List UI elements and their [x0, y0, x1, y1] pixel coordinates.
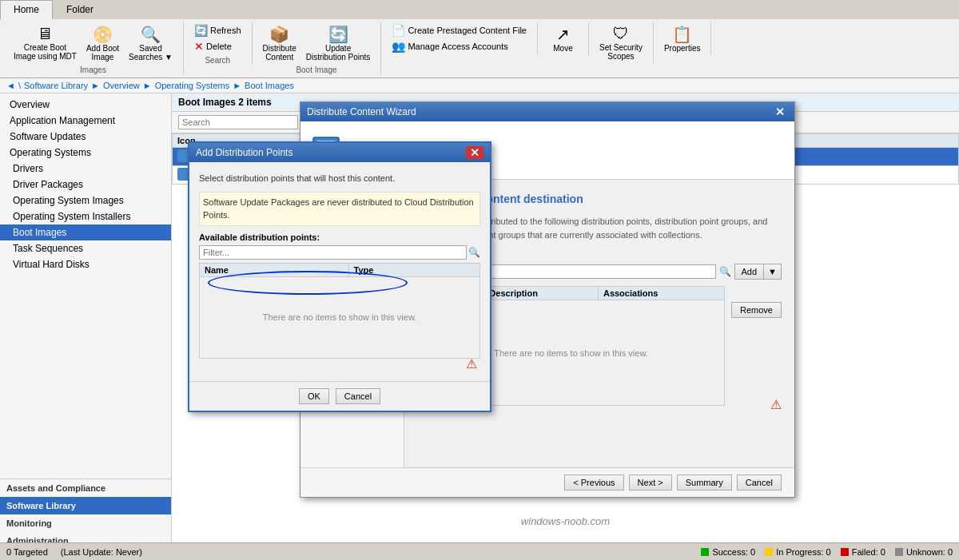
sidebar-drivers[interactable]: Drivers [0, 161, 171, 177]
refresh-label: Refresh [210, 26, 241, 35]
add-distribution-points-dialog: Add Distribution Points ✕ Select distrib… [188, 141, 491, 412]
set-security-btn[interactable]: 🛡 Set SecurityScopes [595, 22, 647, 63]
sidebar-boot-images[interactable]: Boot Images [0, 224, 171, 240]
adp-body: Select distribution points that will hos… [189, 162, 490, 381]
breadcrumb-arrow3: ► [233, 81, 241, 90]
inprogress-label: In Progress: 0 [776, 547, 830, 557]
status-failed: Failed: 0 [841, 547, 885, 557]
add-btn-group: Add ▼ [734, 264, 782, 280]
create-prestaged-btn[interactable]: 📄 Create Prestaged Content File [388, 22, 531, 38]
summary-btn[interactable]: Summary [677, 475, 732, 490]
sidebar-footer-monitoring[interactable]: Monitoring [0, 514, 171, 532]
breadcrumb: ◄ \ Software Library ► Overview ► Operat… [0, 78, 959, 93]
update-dp-icon: 🔄 [328, 25, 348, 44]
sidebar-os-images[interactable]: Operating System Images [0, 193, 171, 209]
images-group-label: Images [80, 66, 106, 74]
ribbon-group-security: 🛡 Set SecurityScopes [592, 22, 654, 63]
wizard-footer: < Previous Next > Summary Cancel [300, 467, 794, 497]
wizard-cancel-btn[interactable]: Cancel [737, 475, 782, 490]
adp-instruction: Select distribution points that will hos… [199, 172, 480, 185]
refresh-btn[interactable]: 🔄 Refresh [190, 22, 245, 38]
ribbon-group-move: ↗ Move [541, 22, 589, 55]
saved-searches-icon: 🔍 [141, 25, 161, 44]
wizard-search-icon: 🔍 [719, 266, 731, 277]
add-boot-icon: 📀 [93, 25, 113, 44]
adp-footer: OK Cancel [189, 381, 490, 411]
sidebar-footer: Assets and Compliance Software Library M… [0, 479, 171, 550]
ribbon-content: 🖥 Create BootImage using MDT 📀 Add BootI… [0, 19, 959, 78]
delete-btn[interactable]: ✕ Delete [190, 38, 245, 54]
update-dp-btn[interactable]: 🔄 UpdateDistribution Points [302, 22, 375, 64]
success-dot [701, 548, 709, 556]
adp-table-empty: There are no items to show in this view. [200, 276, 480, 358]
move-icon: ↗ [556, 25, 570, 44]
create-prestaged-icon: 📄 [392, 24, 405, 37]
properties-icon: 📋 [672, 25, 692, 44]
adp-warning-icon: ⚠ [466, 356, 477, 371]
panel-title: Boot Images 2 items [178, 97, 272, 108]
search-group-label: Search [205, 56, 230, 65]
breadcrumb-boot-images: Boot Images [245, 81, 294, 90]
warning-icon: ⚠ [770, 397, 782, 412]
security-icon: 🛡 [613, 25, 629, 43]
success-label: Success: 0 [712, 547, 755, 557]
status-inprogress: In Progress: 0 [765, 547, 830, 557]
unknown-label: Unknown: 0 [906, 547, 953, 557]
boot-image-group-label: Boot Image [296, 66, 336, 74]
wizard-title-text: Distribute Content Wizard [307, 106, 416, 117]
distribute-icon: 📦 [269, 25, 289, 44]
watermark: windows-noob.com [521, 515, 610, 527]
panel-search-input[interactable] [178, 115, 298, 129]
sidebar-driver-packages[interactable]: Driver Packages [0, 177, 171, 193]
status-success: Success: 0 [701, 547, 755, 557]
wizard-titlebar: Distribute Content Wizard ✕ [300, 102, 794, 121]
breadcrumb-arrow: ► [91, 81, 100, 90]
add-boot-image-btn[interactable]: 📀 Add BootImage [82, 22, 123, 64]
breadcrumb-back[interactable]: ◄ [6, 81, 15, 90]
sidebar-footer-software-library[interactable]: Software Library [0, 497, 171, 514]
sidebar-virtual-hard-disks[interactable]: Virtual Hard Disks [0, 256, 171, 272]
saved-searches-btn[interactable]: 🔍 SavedSearches ▼ [125, 22, 177, 64]
adp-ok-btn[interactable]: OK [299, 388, 329, 404]
add-main-btn[interactable]: Add [734, 264, 764, 280]
create-boot-image-btn[interactable]: 🖥 Create BootImage using MDT [10, 22, 81, 64]
breadcrumb-overview[interactable]: Overview [103, 81, 140, 90]
breadcrumb-software-library[interactable]: Software Library [24, 81, 88, 90]
sidebar-software-updates[interactable]: Software Updates [0, 129, 171, 145]
sidebar-application-management[interactable]: Application Management [0, 113, 171, 129]
ribbon: Home Folder 🖥 Create BootImage using MDT… [0, 0, 959, 78]
breadcrumb-sep: \ [18, 81, 21, 90]
properties-btn[interactable]: 📋 Properties [660, 22, 705, 55]
ribbon-group-images: 🖥 Create BootImage using MDT 📀 Add BootI… [6, 22, 184, 74]
sidebar-os-installers[interactable]: Operating System Installers [0, 209, 171, 224]
adp-available-label: Available distribution points: [199, 232, 480, 242]
adp-col-name: Name [200, 263, 349, 276]
previous-btn[interactable]: < Previous [564, 475, 623, 490]
manage-access-btn[interactable]: 👥 Manage Access Accounts [388, 38, 531, 54]
sidebar-operating-systems[interactable]: Operating Systems [0, 145, 171, 161]
table-row: There are no items to show in this view. [200, 276, 480, 358]
sidebar-section-software-library: Overview Application Management Software… [0, 93, 171, 276]
adp-cancel-btn[interactable]: Cancel [336, 388, 380, 404]
sidebar-footer-assets[interactable]: Assets and Compliance [0, 479, 171, 497]
adp-filter-icon: 🔍 [468, 247, 480, 258]
next-btn[interactable]: Next > [629, 475, 672, 490]
adp-filter-input[interactable] [199, 245, 467, 260]
create-boot-icon: 🖥 [37, 25, 53, 43]
sidebar: Overview Application Management Software… [0, 93, 172, 550]
wizard-close-btn[interactable]: ✕ [772, 105, 788, 118]
failed-label: Failed: 0 [852, 547, 885, 557]
wizard-remove-btn[interactable]: Remove [731, 302, 782, 318]
sidebar-task-sequences[interactable]: Task Sequences [0, 240, 171, 256]
manage-access-icon: 👥 [392, 40, 405, 53]
distribute-content-btn[interactable]: 📦 DistributeContent [259, 22, 300, 64]
breadcrumb-operating-systems[interactable]: Operating Systems [155, 81, 230, 90]
add-arrow-btn[interactable]: ▼ [763, 264, 782, 280]
move-btn[interactable]: ↗ Move [547, 22, 579, 55]
main-area: Overview Application Management Software… [0, 93, 959, 550]
sidebar-overview[interactable]: Overview [0, 97, 171, 113]
refresh-icon: 🔄 [194, 24, 208, 37]
adp-close-btn[interactable]: ✕ [466, 146, 483, 159]
tab-folder[interactable]: Folder [53, 0, 107, 19]
tab-home[interactable]: Home [0, 0, 53, 20]
